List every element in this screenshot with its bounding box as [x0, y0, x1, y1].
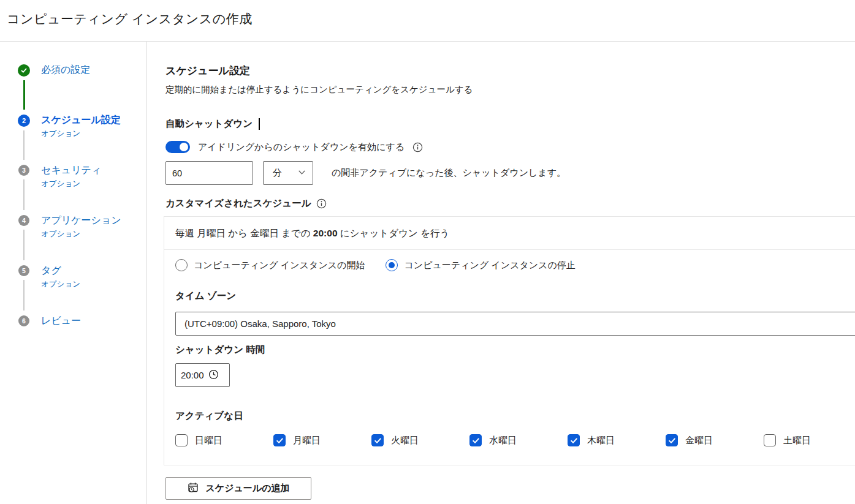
sidebar-step-label[interactable]: タグ — [41, 265, 80, 277]
checkbox-icon — [371, 434, 384, 446]
checkbox-saturday[interactable]: 土曜日 — [764, 434, 855, 446]
idle-suffix-text: の間非アクティブになった後、シャットダウンします。 — [332, 167, 566, 179]
shutdown-time-label: シャットダウン 時間 — [175, 344, 855, 356]
schedule-summary: 毎週 月曜日 から 金曜日 までの 20:00 にシャットダウン を行う — [164, 217, 855, 250]
schedule-card: 毎週 月曜日 から 金曜日 までの 20:00 にシャットダウン を行う コンピ… — [164, 216, 855, 465]
chevron-down-icon — [298, 168, 306, 178]
sidebar-step-schedule-settings[interactable]: 2 スケジュール設定 オプション — [17, 114, 146, 164]
checkbox-monday[interactable]: 月曜日 — [273, 434, 371, 446]
checkbox-icon — [175, 434, 188, 446]
custom-schedule-heading: カスタマイズされたスケジュール — [165, 197, 855, 210]
idle-shutdown-toggle-label: アイドリングからのシャットダウンを有効にする — [198, 141, 405, 153]
sidebar-step-sublabel: オプション — [41, 129, 121, 139]
sidebar-step-sublabel: オプション — [41, 279, 80, 290]
sidebar-step-sublabel: オプション — [41, 229, 121, 239]
auto-shutdown-heading: 自動シャットダウン — [165, 118, 855, 130]
step-connector — [23, 80, 25, 110]
schedule-action-radio-group: コンピューティング インスタンスの開始 コンピューティング インスタンスの停止 — [175, 259, 855, 271]
sidebar-step-label[interactable]: アプリケーション — [41, 214, 121, 227]
checkbox-icon — [764, 434, 776, 446]
wizard-steps-sidebar: 必須の設定 2 スケジュール設定 オプション 3 セキュリティ オプション — [0, 42, 146, 504]
checkbox-icon — [273, 434, 286, 446]
radio-icon — [386, 259, 398, 271]
calendar-clock-icon — [187, 481, 199, 495]
active-days-label: アクティブな日 — [175, 410, 855, 423]
step-connector — [23, 130, 25, 160]
checkbox-friday[interactable]: 金曜日 — [666, 434, 764, 446]
radio-icon — [175, 259, 188, 271]
clock-icon — [208, 369, 219, 382]
radio-stop-instance[interactable]: コンピューティング インスタンスの停止 — [386, 259, 575, 271]
checkbox-thursday[interactable]: 木曜日 — [568, 434, 666, 446]
checkbox-wednesday[interactable]: 水曜日 — [469, 434, 568, 446]
shutdown-time-input[interactable]: 20:00 — [175, 363, 230, 387]
timezone-dropdown[interactable]: (UTC+09:00) Osaka, Sapporo, Tokyo — [175, 312, 855, 336]
page-title: コンピューティング インスタンスの作成 — [7, 10, 855, 28]
step-number-badge: 6 — [18, 315, 29, 326]
checkbox-icon — [568, 434, 580, 446]
step-connector — [23, 280, 25, 310]
sidebar-step-required-settings[interactable]: 必須の設定 — [17, 64, 146, 114]
checkbox-icon — [469, 434, 482, 446]
radio-start-instance[interactable]: コンピューティング インスタンスの開始 — [175, 259, 365, 271]
timezone-label: タイム ゾーン — [175, 290, 855, 303]
idle-minutes-input[interactable] — [165, 161, 253, 185]
step-number-badge: 2 — [18, 115, 30, 127]
info-icon[interactable] — [412, 142, 423, 152]
checkbox-tuesday[interactable]: 火曜日 — [371, 434, 469, 446]
step-number-badge: 4 — [18, 215, 29, 226]
step-number-badge: 3 — [18, 165, 29, 176]
step-complete-check-icon — [18, 64, 30, 77]
section-heading: スケジュール設定 — [165, 64, 855, 78]
checkbox-icon — [666, 434, 678, 446]
sidebar-step-applications[interactable]: 4 アプリケーション オプション — [17, 214, 146, 265]
sidebar-step-tags[interactable]: 5 タグ オプション — [17, 265, 146, 315]
info-icon[interactable] — [316, 198, 327, 209]
section-description: 定期的に開始または停止するようにコンピューティングをスケジュールする — [165, 84, 855, 96]
checkbox-sunday[interactable]: 日曜日 — [175, 434, 273, 446]
sidebar-step-label[interactable]: 必須の設定 — [41, 64, 90, 76]
text-cursor — [259, 118, 260, 130]
sidebar-step-label[interactable]: スケジュール設定 — [41, 114, 121, 126]
sidebar-step-label[interactable]: セキュリティ — [41, 164, 101, 176]
step-connector — [23, 230, 25, 260]
sidebar-step-label[interactable]: レビュー — [41, 315, 81, 327]
page-header: コンピューティング インスタンスの作成 — [0, 0, 855, 42]
idle-shutdown-toggle[interactable] — [165, 141, 190, 153]
schedule-settings-panel: スケジュール設定 定期的に開始または停止するようにコンピューティングをスケジュー… — [146, 42, 855, 504]
step-number-badge: 5 — [18, 265, 29, 276]
add-schedule-button[interactable]: スケジュールの追加 — [165, 477, 311, 500]
sidebar-step-sublabel: オプション — [41, 179, 101, 189]
sidebar-step-security[interactable]: 3 セキュリティ オプション — [17, 164, 146, 214]
step-connector — [23, 179, 25, 210]
sidebar-step-review[interactable]: 6 レビュー — [17, 315, 146, 339]
idle-unit-dropdown[interactable]: 分 — [263, 161, 313, 185]
active-days-group: 日曜日 月曜日 火曜日 水曜日 — [175, 434, 855, 446]
